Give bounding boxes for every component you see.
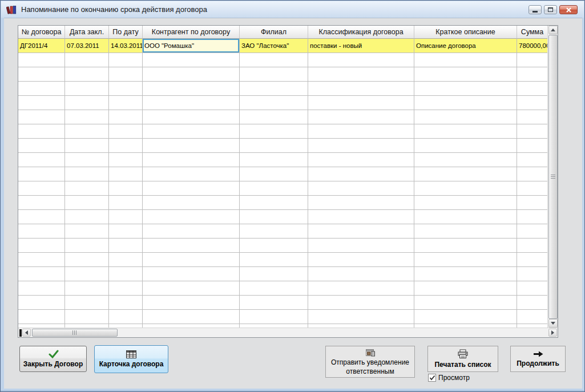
table-cell xyxy=(517,253,547,267)
table-cell xyxy=(65,281,109,296)
column-header-branch[interactable]: Филиал xyxy=(240,26,308,39)
table-row xyxy=(18,153,547,167)
table-row xyxy=(18,296,547,310)
column-header-date-until[interactable]: По дату xyxy=(109,26,143,39)
maximize-button[interactable] xyxy=(544,5,557,14)
table-cell xyxy=(109,96,143,110)
table-cell xyxy=(65,296,109,310)
titlebar[interactable]: Напоминание по окончанию срока действия … xyxy=(1,1,584,18)
send-notification-button[interactable]: Отправить уведомление ответственным xyxy=(325,346,415,378)
checkmark-icon xyxy=(429,375,435,381)
close-button[interactable] xyxy=(559,5,578,14)
table-cell xyxy=(240,224,308,239)
preview-checkbox[interactable]: Просмотр xyxy=(428,374,470,382)
send-notification-label-line2: ответственным xyxy=(346,367,394,375)
table-cell xyxy=(109,67,143,82)
horizontal-scrollbar[interactable] xyxy=(18,328,558,337)
table-cell xyxy=(143,281,240,296)
table-cell xyxy=(109,82,143,96)
table-cell xyxy=(143,153,240,167)
scroll-up-button[interactable] xyxy=(548,26,558,34)
table-row xyxy=(18,67,547,82)
scroll-left-button[interactable] xyxy=(22,329,31,337)
close-contract-button[interactable]: Закрыть Договор xyxy=(19,346,87,372)
down-arrow-icon xyxy=(551,322,555,325)
table-cell xyxy=(18,296,65,310)
table-cell xyxy=(240,96,308,110)
table-cell xyxy=(414,224,517,239)
table-cell xyxy=(240,281,308,296)
table-cell xyxy=(240,139,308,153)
table-cell xyxy=(65,253,109,267)
check-icon xyxy=(48,350,59,358)
cell-contract-no[interactable]: ДГ2011/4 xyxy=(18,39,65,53)
books-icon xyxy=(6,5,18,15)
continue-button[interactable]: Продолжить xyxy=(510,346,566,372)
table-cell xyxy=(517,167,547,181)
cell-date-signed[interactable]: 07.03.2011 xyxy=(65,39,109,53)
vertical-scroll-track[interactable] xyxy=(548,34,558,319)
table-cell xyxy=(109,196,143,210)
scroll-down-button[interactable] xyxy=(548,319,558,328)
cell-classification[interactable]: поставки - новый xyxy=(308,39,414,53)
table-cell xyxy=(517,110,547,124)
table-row xyxy=(18,124,547,139)
table-cell xyxy=(308,253,414,267)
table-cell xyxy=(240,153,308,167)
table-cell xyxy=(65,82,109,96)
contracts-grid: № договора Дата закл. По дату Контрагент… xyxy=(18,25,558,338)
table-cell xyxy=(240,53,308,67)
table-cell xyxy=(143,296,240,310)
table-cell xyxy=(18,167,65,181)
hscroll-left-marker[interactable] xyxy=(19,329,22,337)
table-cell xyxy=(517,196,547,210)
table-cell xyxy=(308,67,414,82)
table-cell xyxy=(414,167,517,181)
table-cell xyxy=(517,96,547,110)
table-cell xyxy=(18,139,65,153)
column-header-classification[interactable]: Классификация договора xyxy=(308,26,414,39)
table-cell xyxy=(65,181,109,196)
cell-branch[interactable]: ЗАО "Ласточка" xyxy=(240,39,308,53)
contract-card-button[interactable]: Карточка договора xyxy=(94,345,168,373)
column-header-date-signed[interactable]: Дата закл. xyxy=(65,26,109,39)
checkbox-box[interactable] xyxy=(428,374,436,382)
vertical-scroll-thumb[interactable] xyxy=(548,35,558,319)
table-cell xyxy=(308,281,414,296)
table-cell xyxy=(18,281,65,296)
table-cell xyxy=(143,239,240,253)
table-cell xyxy=(240,310,308,324)
vertical-scrollbar[interactable] xyxy=(547,26,558,328)
table-cell xyxy=(414,310,517,324)
column-header-description[interactable]: Краткое описание xyxy=(414,26,517,39)
table-cell xyxy=(109,267,143,281)
table-cell xyxy=(143,253,240,267)
minimize-button[interactable] xyxy=(528,5,542,14)
table-cell xyxy=(308,82,414,96)
table-cell xyxy=(308,53,414,67)
column-header-amount[interactable]: Сумма xyxy=(517,26,547,39)
print-list-label: Печатать список xyxy=(434,361,491,369)
table-cell xyxy=(18,67,65,82)
notification-window-icon xyxy=(365,349,376,357)
table-cell xyxy=(308,167,414,181)
print-list-button[interactable]: Печатать список xyxy=(427,346,498,372)
column-header-contractor[interactable]: Контрагент по договору xyxy=(143,26,240,39)
table-cell xyxy=(18,210,65,224)
table-row xyxy=(18,82,547,96)
table-cell xyxy=(18,224,65,239)
table-cell xyxy=(308,196,414,210)
horizontal-scroll-thumb[interactable] xyxy=(32,329,118,337)
scroll-right-button[interactable] xyxy=(548,329,557,337)
column-header-contract-no[interactable]: № договора xyxy=(18,26,65,39)
table-cell xyxy=(143,224,240,239)
table-cell xyxy=(109,153,143,167)
cell-amount[interactable]: 780000,00 xyxy=(517,39,547,53)
table-row xyxy=(18,167,547,181)
cell-date-until[interactable]: 14.03.2011 xyxy=(109,39,143,53)
window-controls xyxy=(528,5,578,14)
cell-contractor-focused[interactable]: ООО "Ромашка" xyxy=(143,39,240,53)
cell-description[interactable]: Описание договора xyxy=(414,39,517,53)
table-row xyxy=(18,310,547,324)
table-cell xyxy=(143,82,240,96)
